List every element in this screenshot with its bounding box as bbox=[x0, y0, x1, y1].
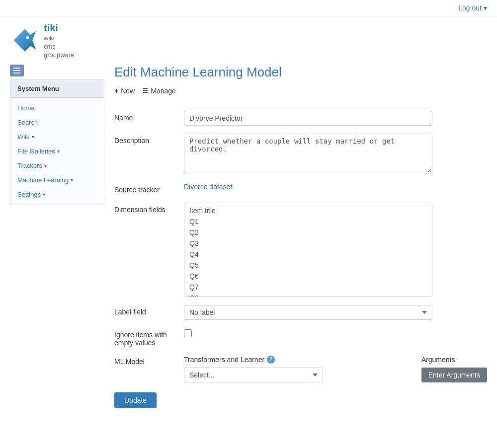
logo-text: tiki wiki cms groupware bbox=[44, 21, 74, 60]
name-row: Name bbox=[114, 107, 487, 130]
page-title: Edit Machine Learning Model bbox=[114, 65, 487, 80]
edit-form: Name Description Source tracker D bbox=[114, 107, 487, 386]
source-tracker-link[interactable]: Divorce dataset bbox=[184, 183, 232, 191]
svg-rect-2 bbox=[13, 70, 20, 71]
list-item[interactable]: Q5 bbox=[184, 260, 432, 271]
machine-learning-chevron-icon: ▾ bbox=[71, 177, 73, 183]
list-item[interactable]: Q6 bbox=[184, 271, 432, 282]
sidebar-item-settings[interactable]: Settings ▾ bbox=[10, 187, 104, 202]
sidebar-item-home[interactable]: Home bbox=[10, 101, 104, 115]
ignore-items-row: Ignore items with empty values bbox=[114, 324, 487, 352]
transformers-label: Transformers and Learner ? bbox=[184, 356, 412, 364]
file-galleries-chevron-icon: ▾ bbox=[57, 149, 60, 154]
sidebar-item-file-galleries[interactable]: File Galleries ▾ bbox=[10, 144, 104, 158]
list-item[interactable]: Q1 bbox=[184, 216, 432, 227]
trackers-chevron-icon: ▾ bbox=[44, 163, 47, 168]
sidebar-panel: System Menu Home Search Wiki ▾ File Gall… bbox=[10, 79, 104, 205]
ml-model-select[interactable]: Select... bbox=[184, 368, 323, 382]
dimension-fields-cell: Item titleQ1Q2Q3Q4Q5Q6Q7Q8Q9 bbox=[184, 199, 487, 301]
svg-rect-3 bbox=[13, 73, 20, 74]
enter-arguments-button[interactable]: Enter Arguments bbox=[421, 368, 487, 382]
logo-container: tiki wiki cms groupware bbox=[10, 21, 487, 60]
update-button[interactable]: Update bbox=[114, 392, 157, 408]
name-label: Name bbox=[114, 107, 184, 130]
source-tracker-row: Source tracker Divorce dataset bbox=[114, 179, 487, 199]
sidebar-item-trackers[interactable]: Trackers ▾ bbox=[10, 158, 104, 173]
sidebar-toggle-button[interactable] bbox=[10, 65, 24, 76]
label-field-label: Label field bbox=[114, 301, 184, 324]
ml-model-label: ML Model bbox=[114, 352, 184, 386]
list-item[interactable]: Q3 bbox=[184, 238, 432, 249]
ml-select-wrapper: Select... bbox=[184, 368, 412, 382]
plus-icon: + bbox=[114, 87, 118, 95]
sidebar-nav: Home Search Wiki ▾ File Galleries ▾ Trac… bbox=[10, 98, 104, 205]
ml-model-section: Transformers and Learner ? Select... bbox=[184, 356, 487, 382]
ml-transformers-section: Transformers and Learner ? Select... bbox=[184, 356, 412, 382]
new-button[interactable]: + New bbox=[114, 87, 135, 95]
sidebar: System Menu Home Search Wiki ▾ File Gall… bbox=[10, 65, 104, 438]
list-item[interactable]: Q4 bbox=[184, 249, 432, 260]
wiki-chevron-icon: ▾ bbox=[32, 134, 34, 140]
logout-button[interactable]: Log out bbox=[458, 4, 487, 12]
tiki-logo-icon bbox=[10, 25, 40, 55]
ml-model-row: ML Model Transformers and Learner ? bbox=[114, 352, 487, 386]
dimension-fields-listbox[interactable]: Item titleQ1Q2Q3Q4Q5Q6Q7Q8Q9 bbox=[184, 203, 432, 297]
sidebar-item-search[interactable]: Search bbox=[10, 115, 104, 130]
ignore-items-cell bbox=[184, 324, 487, 352]
list-item[interactable]: Q2 bbox=[184, 227, 432, 238]
sidebar-item-wiki[interactable]: Wiki ▾ bbox=[10, 130, 104, 144]
settings-chevron-icon: ▾ bbox=[43, 192, 45, 197]
ignore-items-checkbox[interactable] bbox=[184, 329, 192, 337]
main-layout: System Menu Home Search Wiki ▾ File Gall… bbox=[0, 60, 497, 448]
sidebar-item-machine-learning[interactable]: Machine Learning ▾ bbox=[10, 173, 104, 187]
dimension-fields-label: Dimension fields bbox=[114, 199, 184, 301]
svg-rect-1 bbox=[13, 68, 20, 69]
description-row: Description bbox=[114, 130, 487, 179]
description-label: Description bbox=[114, 130, 184, 179]
content-area: Edit Machine Learning Model + New ☰ Mana… bbox=[114, 65, 487, 438]
arguments-label: Arguments bbox=[421, 356, 487, 364]
sidebar-title: System Menu bbox=[10, 80, 104, 98]
list-item[interactable]: Item title bbox=[184, 205, 432, 216]
description-cell bbox=[184, 130, 487, 179]
action-bar: + New ☰ Manage bbox=[114, 87, 487, 95]
ml-arguments-section: Arguments Enter Arguments bbox=[421, 356, 487, 382]
ignore-items-label: Ignore items with empty values bbox=[114, 324, 184, 352]
dimension-fields-row: Dimension fields Item titleQ1Q2Q3Q4Q5Q6Q… bbox=[114, 199, 487, 301]
source-tracker-label: Source tracker bbox=[114, 179, 184, 199]
ml-model-cell: Transformers and Learner ? Select... bbox=[184, 352, 487, 386]
source-tracker-cell: Divorce dataset bbox=[184, 179, 487, 199]
list-icon: ☰ bbox=[143, 87, 148, 94]
manage-button[interactable]: ☰ Manage bbox=[143, 87, 176, 95]
logo-area: tiki wiki cms groupware bbox=[0, 16, 497, 60]
label-field-row: Label field No labelItem titleQ1Q2Q3Q4Q5… bbox=[114, 301, 487, 324]
help-icon[interactable]: ? bbox=[267, 356, 275, 364]
description-textarea[interactable] bbox=[184, 134, 432, 173]
svg-point-0 bbox=[26, 36, 29, 39]
top-bar: Log out bbox=[0, 0, 497, 16]
label-field-cell: No labelItem titleQ1Q2Q3Q4Q5Q6Q7Q8Q9 bbox=[184, 301, 487, 324]
name-cell bbox=[184, 107, 487, 130]
list-item[interactable]: Q8 bbox=[184, 293, 432, 297]
list-item[interactable]: Q7 bbox=[184, 282, 432, 293]
label-field-select[interactable]: No labelItem titleQ1Q2Q3Q4Q5Q6Q7Q8Q9 bbox=[184, 305, 432, 320]
name-input[interactable] bbox=[184, 111, 432, 126]
